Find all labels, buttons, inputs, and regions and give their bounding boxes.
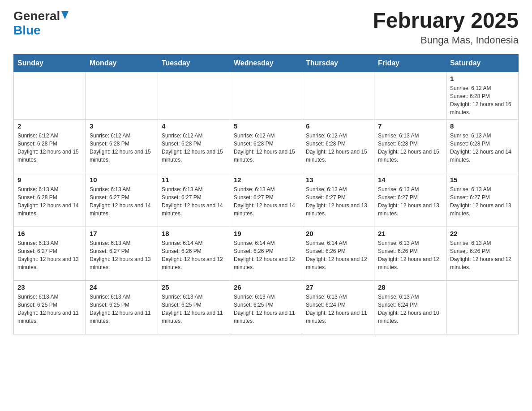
day-info: Sunrise: 6:12 AMSunset: 6:28 PMDaylight:…: [162, 132, 226, 164]
day-info: Sunrise: 6:13 AMSunset: 6:28 PMDaylight:…: [17, 185, 82, 218]
day-info: Sunrise: 6:13 AMSunset: 6:25 PMDaylight:…: [90, 293, 154, 325]
table-row: 4Sunrise: 6:12 AMSunset: 6:28 PMDaylight…: [158, 119, 230, 173]
table-row: 7Sunrise: 6:13 AMSunset: 6:28 PMDaylight…: [374, 119, 446, 173]
day-info: Sunrise: 6:13 AMSunset: 6:27 PMDaylight:…: [90, 185, 154, 218]
day-info: Sunrise: 6:14 AMSunset: 6:26 PMDaylight:…: [306, 239, 370, 271]
day-info: Sunrise: 6:13 AMSunset: 6:27 PMDaylight:…: [306, 185, 370, 218]
day-info: Sunrise: 6:13 AMSunset: 6:27 PMDaylight:…: [378, 185, 442, 218]
table-row: 10Sunrise: 6:13 AMSunset: 6:27 PMDayligh…: [86, 173, 158, 227]
day-info: Sunrise: 6:13 AMSunset: 6:27 PMDaylight:…: [17, 239, 82, 271]
day-number: 27: [306, 283, 370, 291]
table-row: [230, 72, 302, 119]
table-row: 1Sunrise: 6:12 AMSunset: 6:28 PMDaylight…: [446, 72, 519, 119]
day-info: Sunrise: 6:12 AMSunset: 6:28 PMDaylight:…: [450, 84, 515, 116]
col-saturday: Saturday: [446, 54, 519, 72]
day-number: 7: [378, 122, 442, 130]
page-title: February 2025: [373, 9, 519, 33]
day-number: 2: [17, 122, 82, 130]
day-info: Sunrise: 6:12 AMSunset: 6:28 PMDaylight:…: [306, 132, 370, 164]
table-row: 21Sunrise: 6:13 AMSunset: 6:26 PMDayligh…: [374, 227, 446, 280]
day-number: 4: [162, 122, 226, 130]
logo-arrow-icon: [61, 11, 69, 21]
table-row: 18Sunrise: 6:14 AMSunset: 6:26 PMDayligh…: [158, 227, 230, 280]
col-tuesday: Tuesday: [158, 54, 230, 72]
logo-general-text: General: [13, 9, 60, 23]
day-number: 6: [306, 122, 370, 130]
day-info: Sunrise: 6:13 AMSunset: 6:28 PMDaylight:…: [450, 132, 515, 164]
day-info: Sunrise: 6:13 AMSunset: 6:27 PMDaylight:…: [162, 185, 226, 218]
table-row: 2Sunrise: 6:12 AMSunset: 6:28 PMDaylight…: [14, 119, 86, 173]
table-row: 12Sunrise: 6:13 AMSunset: 6:27 PMDayligh…: [230, 173, 302, 227]
day-info: Sunrise: 6:13 AMSunset: 6:24 PMDaylight:…: [306, 293, 370, 325]
col-friday: Friday: [374, 54, 446, 72]
day-number: 19: [234, 230, 298, 237]
day-number: 23: [17, 283, 82, 291]
logo-blue-text: Blue: [13, 23, 41, 37]
table-row: 25Sunrise: 6:13 AMSunset: 6:25 PMDayligh…: [158, 280, 230, 334]
day-info: Sunrise: 6:12 AMSunset: 6:28 PMDaylight:…: [90, 132, 154, 164]
day-info: Sunrise: 6:13 AMSunset: 6:27 PMDaylight:…: [90, 239, 154, 271]
table-row: 15Sunrise: 6:13 AMSunset: 6:27 PMDayligh…: [446, 173, 519, 227]
calendar-table: Sunday Monday Tuesday Wednesday Thursday…: [13, 54, 519, 334]
table-row: 17Sunrise: 6:13 AMSunset: 6:27 PMDayligh…: [86, 227, 158, 280]
table-row: 6Sunrise: 6:12 AMSunset: 6:28 PMDaylight…: [302, 119, 374, 173]
table-row: 14Sunrise: 6:13 AMSunset: 6:27 PMDayligh…: [374, 173, 446, 227]
day-number: 21: [378, 230, 442, 237]
logo: General Blue: [13, 9, 69, 38]
col-sunday: Sunday: [14, 54, 86, 72]
table-row: 16Sunrise: 6:13 AMSunset: 6:27 PMDayligh…: [14, 227, 86, 280]
page-header: General Blue February 2025 Bunga Mas, In…: [13, 9, 519, 46]
day-info: Sunrise: 6:13 AMSunset: 6:27 PMDaylight:…: [234, 185, 298, 218]
table-row: [158, 72, 230, 119]
day-info: Sunrise: 6:13 AMSunset: 6:27 PMDaylight:…: [450, 185, 515, 218]
table-row: 8Sunrise: 6:13 AMSunset: 6:28 PMDaylight…: [446, 119, 519, 173]
table-row: 23Sunrise: 6:13 AMSunset: 6:25 PMDayligh…: [14, 280, 86, 334]
table-row: 22Sunrise: 6:13 AMSunset: 6:26 PMDayligh…: [446, 227, 519, 280]
day-info: Sunrise: 6:13 AMSunset: 6:26 PMDaylight:…: [450, 239, 515, 271]
day-info: Sunrise: 6:14 AMSunset: 6:26 PMDaylight:…: [162, 239, 226, 271]
day-number: 28: [378, 283, 442, 291]
table-row: 5Sunrise: 6:12 AMSunset: 6:28 PMDaylight…: [230, 119, 302, 173]
day-number: 12: [234, 176, 298, 184]
day-info: Sunrise: 6:12 AMSunset: 6:28 PMDaylight:…: [234, 132, 298, 164]
day-info: Sunrise: 6:12 AMSunset: 6:28 PMDaylight:…: [17, 132, 82, 164]
day-number: 24: [90, 283, 154, 291]
svg-marker-0: [61, 11, 69, 19]
table-row: 11Sunrise: 6:13 AMSunset: 6:27 PMDayligh…: [158, 173, 230, 227]
day-number: 16: [17, 230, 82, 237]
table-row: 3Sunrise: 6:12 AMSunset: 6:28 PMDaylight…: [86, 119, 158, 173]
day-number: 17: [90, 230, 154, 237]
table-row: 20Sunrise: 6:14 AMSunset: 6:26 PMDayligh…: [302, 227, 374, 280]
title-block: February 2025 Bunga Mas, Indonesia: [373, 9, 519, 46]
day-number: 18: [162, 230, 226, 237]
day-number: 14: [378, 176, 442, 184]
day-number: 11: [162, 176, 226, 184]
day-number: 5: [234, 122, 298, 130]
day-info: Sunrise: 6:13 AMSunset: 6:26 PMDaylight:…: [378, 239, 442, 271]
col-wednesday: Wednesday: [230, 54, 302, 72]
calendar-body: 1Sunrise: 6:12 AMSunset: 6:28 PMDaylight…: [14, 72, 519, 334]
table-row: [302, 72, 374, 119]
day-info: Sunrise: 6:13 AMSunset: 6:25 PMDaylight:…: [162, 293, 226, 325]
day-number: 8: [450, 122, 515, 130]
table-row: [86, 72, 158, 119]
day-number: 3: [90, 122, 154, 130]
table-row: [446, 280, 519, 334]
location-subtitle: Bunga Mas, Indonesia: [373, 34, 519, 46]
table-row: 13Sunrise: 6:13 AMSunset: 6:27 PMDayligh…: [302, 173, 374, 227]
day-info: Sunrise: 6:13 AMSunset: 6:24 PMDaylight:…: [378, 293, 442, 325]
table-row: 27Sunrise: 6:13 AMSunset: 6:24 PMDayligh…: [302, 280, 374, 334]
day-number: 26: [234, 283, 298, 291]
day-info: Sunrise: 6:13 AMSunset: 6:25 PMDaylight:…: [17, 293, 82, 325]
table-row: [14, 72, 86, 119]
table-row: 24Sunrise: 6:13 AMSunset: 6:25 PMDayligh…: [86, 280, 158, 334]
col-monday: Monday: [86, 54, 158, 72]
day-number: 10: [90, 176, 154, 184]
col-thursday: Thursday: [302, 54, 374, 72]
day-number: 9: [17, 176, 82, 184]
day-number: 15: [450, 176, 515, 184]
table-row: 9Sunrise: 6:13 AMSunset: 6:28 PMDaylight…: [14, 173, 86, 227]
calendar-header: Sunday Monday Tuesday Wednesday Thursday…: [14, 54, 519, 72]
day-number: 25: [162, 283, 226, 291]
day-info: Sunrise: 6:13 AMSunset: 6:25 PMDaylight:…: [234, 293, 298, 325]
